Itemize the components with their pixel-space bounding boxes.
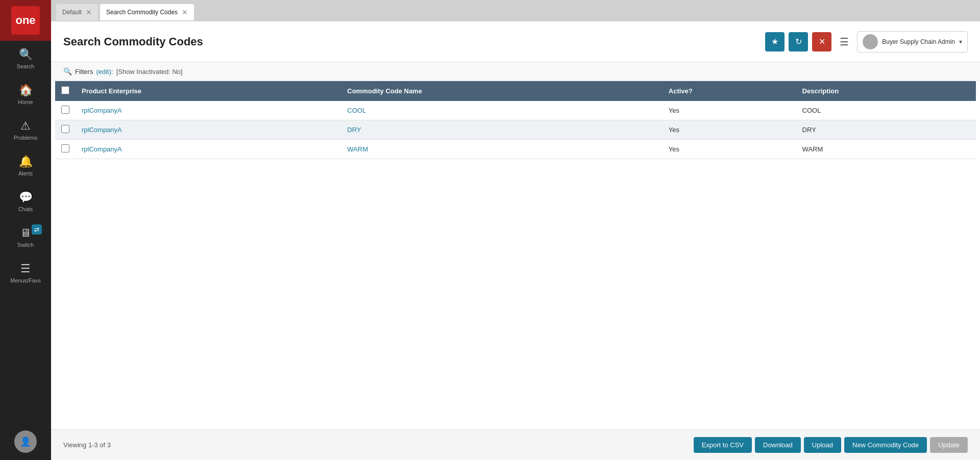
footer-buttons: Export to CSV Download Upload New Commod…: [694, 437, 968, 453]
cell-description: DRY: [796, 120, 976, 140]
table-footer: Viewing 1-3 of 3 Export to CSV Download …: [51, 429, 980, 460]
sidebar: one 🔍 Search 🏠 Home ⚠ Problems 🔔 Alerts …: [0, 0, 51, 460]
product-enterprise-link[interactable]: rplCompanyA: [82, 107, 122, 114]
close-button[interactable]: ✕: [812, 32, 831, 52]
sidebar-bottom: 👤: [0, 423, 51, 460]
sidebar-item-chats[interactable]: 💬 Chats: [0, 184, 51, 219]
header-description: Description: [796, 81, 976, 101]
chat-icon: 💬: [19, 191, 33, 204]
tab-close-search[interactable]: ✕: [182, 8, 188, 16]
row-checkbox-cell: [55, 120, 76, 140]
header-product-enterprise: Product Enterprise: [76, 81, 341, 101]
row-checkbox[interactable]: [61, 125, 69, 133]
cell-commodity-code-name: DRY: [341, 120, 663, 140]
user-dropdown[interactable]: Buyer Supply Chain Admin ▾: [857, 31, 968, 53]
table-header-row: Product Enterprise Commodity Code Name A…: [55, 81, 976, 101]
logo-text: one: [11, 6, 40, 35]
header-checkbox-cell: [55, 81, 76, 101]
row-checkbox[interactable]: [61, 106, 69, 114]
user-avatar[interactable]: 👤: [14, 423, 37, 460]
star-button[interactable]: ★: [765, 32, 785, 52]
row-checkbox[interactable]: [61, 144, 69, 152]
tab-label: Default: [62, 9, 82, 16]
menu-button[interactable]: ☰: [836, 36, 853, 48]
switch-icon: 🖥: [20, 226, 31, 240]
cell-active: Yes: [663, 120, 796, 140]
commodity-table: Product Enterprise Commodity Code Name A…: [55, 81, 976, 159]
viewing-text: Viewing 1-3 of 3: [63, 441, 111, 449]
sidebar-item-label: Problems: [14, 135, 37, 141]
cell-commodity-code-name: COOL: [341, 101, 663, 120]
commodity-code-link[interactable]: DRY: [347, 126, 361, 134]
filter-status: [Show Inactivated: No]: [116, 68, 183, 75]
refresh-button[interactable]: ↻: [789, 32, 808, 52]
cell-commodity-code-name: WARM: [341, 140, 663, 159]
tab-label: Search Commodity Codes: [106, 9, 178, 16]
filter-label: Filters: [75, 68, 93, 75]
cell-product-enterprise: rplCompanyA: [76, 140, 341, 159]
cell-description: WARM: [796, 140, 976, 159]
update-button[interactable]: Update: [930, 437, 968, 453]
row-checkbox-cell: [55, 140, 76, 159]
product-enterprise-link[interactable]: rplCompanyA: [82, 126, 122, 134]
tab-bar: Default ✕ Search Commodity Codes ✕: [51, 0, 980, 21]
menu-icon: ☰: [20, 262, 31, 275]
cell-active: Yes: [663, 101, 796, 120]
header-actions: ★ ↻ ✕ ☰ Buyer Supply Chain Admin ▾: [765, 31, 968, 53]
main-area: Default ✕ Search Commodity Codes ✕ Searc…: [51, 0, 980, 460]
product-enterprise-link[interactable]: rplCompanyA: [82, 145, 122, 153]
tab-search-commodity[interactable]: Search Commodity Codes ✕: [100, 4, 194, 20]
avatar-image: 👤: [14, 430, 37, 453]
upload-button[interactable]: Upload: [804, 437, 841, 453]
app-logo[interactable]: one: [0, 0, 51, 41]
filter-bar: 🔍 Filters (edit): [Show Inactivated: No]: [51, 62, 980, 81]
chevron-down-icon: ▾: [959, 38, 962, 45]
sidebar-item-label: Home: [18, 99, 33, 105]
cell-active: Yes: [663, 140, 796, 159]
sidebar-item-menus[interactable]: ☰ Menus/Favs: [0, 255, 51, 291]
sidebar-item-home[interactable]: 🏠 Home: [0, 76, 51, 112]
header-commodity-code-name: Commodity Code Name: [341, 81, 663, 101]
row-checkbox-cell: [55, 101, 76, 120]
commodity-code-link[interactable]: COOL: [347, 107, 366, 114]
tab-default[interactable]: Default ✕: [56, 4, 98, 20]
cell-product-enterprise: rplCompanyA: [76, 120, 341, 140]
sidebar-item-label: Switch: [17, 242, 34, 248]
filter-edit-link[interactable]: (edit):: [96, 68, 113, 75]
table-container: Product Enterprise Commodity Code Name A…: [51, 81, 980, 429]
page-header: Search Commodity Codes ★ ↻ ✕ ☰ Buyer Sup…: [51, 21, 980, 62]
sidebar-item-label: Alerts: [18, 170, 33, 176]
sidebar-item-switch[interactable]: 🖥 ⇄ Switch: [0, 219, 51, 255]
sidebar-item-label: Chats: [18, 206, 33, 212]
tab-close-default[interactable]: ✕: [86, 8, 92, 16]
content-area: Search Commodity Codes ★ ↻ ✕ ☰ Buyer Sup…: [51, 21, 980, 460]
switch-badge: ⇄: [32, 224, 42, 235]
warning-icon: ⚠: [20, 119, 31, 133]
table-row: rplCompanyA DRY Yes DRY: [55, 120, 976, 140]
header-active: Active?: [663, 81, 796, 101]
home-icon: 🏠: [19, 84, 33, 97]
user-name: Buyer Supply Chain Admin: [882, 38, 955, 45]
user-avatar-small: [863, 34, 878, 49]
cell-product-enterprise: rplCompanyA: [76, 101, 341, 120]
sidebar-item-problems[interactable]: ⚠ Problems: [0, 112, 51, 148]
new-commodity-button[interactable]: New Commodity Code: [844, 437, 927, 453]
sidebar-item-alerts[interactable]: 🔔 Alerts: [0, 148, 51, 184]
select-all-checkbox[interactable]: [61, 86, 69, 94]
download-button[interactable]: Download: [755, 437, 801, 453]
table-row: rplCompanyA COOL Yes COOL: [55, 101, 976, 120]
page-title: Search Commodity Codes: [63, 35, 765, 48]
bell-icon: 🔔: [19, 155, 33, 168]
sidebar-item-label: Search: [17, 63, 35, 69]
filter-icon: 🔍: [63, 67, 72, 75]
table-row: rplCompanyA WARM Yes WARM: [55, 140, 976, 159]
export-csv-button[interactable]: Export to CSV: [694, 437, 752, 453]
sidebar-item-label: Menus/Favs: [10, 277, 41, 284]
search-icon: 🔍: [19, 48, 33, 61]
table-body: rplCompanyA COOL Yes COOL rplCompanyA DR…: [55, 101, 976, 159]
commodity-code-link[interactable]: WARM: [347, 145, 368, 153]
cell-description: COOL: [796, 101, 976, 120]
sidebar-item-search[interactable]: 🔍 Search: [0, 41, 51, 76]
